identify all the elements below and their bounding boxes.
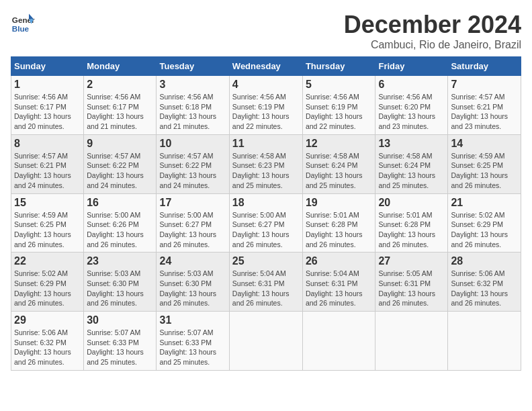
column-header-friday: Friday [375, 57, 448, 76]
calendar-cell: 11Sunrise: 4:58 AM Sunset: 6:23 PM Dayli… [229, 134, 302, 193]
day-info: Sunrise: 4:57 AM Sunset: 6:21 PM Dayligh… [14, 151, 81, 191]
calendar-cell: 6Sunrise: 4:56 AM Sunset: 6:20 PM Daylig… [375, 76, 448, 135]
column-header-wednesday: Wednesday [229, 57, 302, 76]
day-number: 5 [306, 79, 373, 91]
logo-icon: General Blue [11, 11, 35, 35]
day-number: 31 [159, 314, 226, 326]
day-info: Sunrise: 4:58 AM Sunset: 6:23 PM Dayligh… [232, 151, 300, 191]
calendar-cell: 13Sunrise: 4:58 AM Sunset: 6:24 PM Dayli… [375, 134, 448, 193]
calendar-cell: 23Sunrise: 5:03 AM Sunset: 6:30 PM Dayli… [84, 253, 157, 312]
day-number: 30 [87, 314, 153, 326]
day-info: Sunrise: 5:07 AM Sunset: 6:33 PM Dayligh… [87, 328, 153, 367]
day-number: 20 [378, 197, 445, 209]
column-header-thursday: Thursday [302, 57, 375, 76]
day-number: 7 [451, 79, 518, 91]
day-info: Sunrise: 4:58 AM Sunset: 6:24 PM Dayligh… [378, 151, 445, 191]
logo: General Blue [11, 11, 35, 35]
day-number: 1 [14, 79, 81, 91]
day-number: 14 [451, 138, 518, 150]
day-info: Sunrise: 4:56 AM Sunset: 6:18 PM Dayligh… [159, 92, 226, 132]
day-info: Sunrise: 5:00 AM Sunset: 6:27 PM Dayligh… [159, 210, 226, 250]
day-info: Sunrise: 4:59 AM Sunset: 6:25 PM Dayligh… [451, 151, 518, 191]
column-headers: SundayMondayTuesdayWednesdayThursdayFrid… [11, 57, 521, 76]
calendar-cell: 24Sunrise: 5:03 AM Sunset: 6:30 PM Dayli… [157, 253, 229, 312]
calendar-cell: 9Sunrise: 4:57 AM Sunset: 6:22 PM Daylig… [84, 134, 157, 193]
calendar-cell: 3Sunrise: 4:56 AM Sunset: 6:18 PM Daylig… [157, 76, 229, 135]
day-number: 9 [87, 138, 153, 150]
column-header-saturday: Saturday [448, 57, 521, 76]
day-info: Sunrise: 4:59 AM Sunset: 6:25 PM Dayligh… [14, 210, 81, 250]
calendar-cell: 19Sunrise: 5:01 AM Sunset: 6:28 PM Dayli… [302, 193, 375, 253]
day-info: Sunrise: 4:57 AM Sunset: 6:21 PM Dayligh… [451, 92, 518, 132]
calendar-cell: 27Sunrise: 5:05 AM Sunset: 6:31 PM Dayli… [375, 253, 448, 312]
title-area: December 2024 Cambuci, Rio de Janeiro, B… [344, 11, 521, 51]
calendar-cell: 20Sunrise: 5:01 AM Sunset: 6:28 PM Dayli… [375, 193, 448, 253]
day-number: 22 [14, 255, 81, 267]
calendar-body: 1Sunrise: 4:56 AM Sunset: 6:17 PM Daylig… [11, 76, 521, 371]
day-number: 11 [232, 138, 300, 150]
calendar-cell: 4Sunrise: 4:56 AM Sunset: 6:19 PM Daylig… [229, 76, 302, 135]
day-info: Sunrise: 5:01 AM Sunset: 6:28 PM Dayligh… [378, 210, 445, 250]
day-info: Sunrise: 5:03 AM Sunset: 6:30 PM Dayligh… [159, 269, 226, 308]
day-number: 26 [306, 255, 373, 267]
day-info: Sunrise: 4:56 AM Sunset: 6:19 PM Dayligh… [306, 92, 373, 132]
day-number: 28 [451, 255, 518, 267]
day-info: Sunrise: 5:07 AM Sunset: 6:33 PM Dayligh… [159, 328, 226, 367]
svg-text:Blue: Blue [12, 24, 30, 33]
column-header-tuesday: Tuesday [157, 57, 229, 76]
calendar-cell: 30Sunrise: 5:07 AM Sunset: 6:33 PM Dayli… [84, 312, 157, 371]
day-number: 29 [14, 314, 81, 326]
day-info: Sunrise: 5:02 AM Sunset: 6:29 PM Dayligh… [451, 210, 518, 250]
day-number: 21 [451, 197, 518, 209]
day-number: 25 [232, 255, 300, 267]
day-number: 4 [232, 79, 300, 91]
day-info: Sunrise: 4:56 AM Sunset: 6:20 PM Dayligh… [378, 92, 445, 132]
day-number: 2 [87, 79, 153, 91]
location: Cambuci, Rio de Janeiro, Brazil [344, 39, 521, 51]
calendar-week-4: 22Sunrise: 5:02 AM Sunset: 6:29 PM Dayli… [11, 253, 521, 312]
day-number: 13 [378, 138, 445, 150]
calendar-cell: 26Sunrise: 5:04 AM Sunset: 6:31 PM Dayli… [302, 253, 375, 312]
calendar-week-2: 8Sunrise: 4:57 AM Sunset: 6:21 PM Daylig… [11, 134, 521, 193]
calendar-cell: 17Sunrise: 5:00 AM Sunset: 6:27 PM Dayli… [157, 193, 229, 253]
day-info: Sunrise: 5:06 AM Sunset: 6:32 PM Dayligh… [14, 328, 81, 367]
calendar-week-1: 1Sunrise: 4:56 AM Sunset: 6:17 PM Daylig… [11, 76, 521, 135]
calendar-cell [375, 312, 448, 371]
day-number: 16 [87, 197, 153, 209]
calendar-cell: 25Sunrise: 5:04 AM Sunset: 6:31 PM Dayli… [229, 253, 302, 312]
calendar-cell: 16Sunrise: 5:00 AM Sunset: 6:26 PM Dayli… [84, 193, 157, 253]
calendar-cell: 29Sunrise: 5:06 AM Sunset: 6:32 PM Dayli… [11, 312, 84, 371]
calendar-cell: 14Sunrise: 4:59 AM Sunset: 6:25 PM Dayli… [448, 134, 521, 193]
calendar-cell: 1Sunrise: 4:56 AM Sunset: 6:17 PM Daylig… [11, 76, 84, 135]
calendar-week-5: 29Sunrise: 5:06 AM Sunset: 6:32 PM Dayli… [11, 312, 521, 371]
day-number: 24 [159, 255, 226, 267]
day-number: 23 [87, 255, 153, 267]
day-info: Sunrise: 5:04 AM Sunset: 6:31 PM Dayligh… [306, 269, 373, 308]
calendar-cell: 21Sunrise: 5:02 AM Sunset: 6:29 PM Dayli… [448, 193, 521, 253]
day-number: 6 [378, 79, 445, 91]
column-header-monday: Monday [84, 57, 157, 76]
day-info: Sunrise: 5:01 AM Sunset: 6:28 PM Dayligh… [306, 210, 373, 250]
day-info: Sunrise: 4:56 AM Sunset: 6:19 PM Dayligh… [232, 92, 300, 132]
calendar-cell: 15Sunrise: 4:59 AM Sunset: 6:25 PM Dayli… [11, 193, 84, 253]
calendar-cell [229, 312, 302, 371]
day-number: 19 [306, 197, 373, 209]
calendar-cell: 8Sunrise: 4:57 AM Sunset: 6:21 PM Daylig… [11, 134, 84, 193]
day-info: Sunrise: 5:02 AM Sunset: 6:29 PM Dayligh… [14, 269, 81, 308]
day-info: Sunrise: 5:05 AM Sunset: 6:31 PM Dayligh… [378, 269, 445, 308]
calendar-cell: 5Sunrise: 4:56 AM Sunset: 6:19 PM Daylig… [302, 76, 375, 135]
calendar-cell: 31Sunrise: 5:07 AM Sunset: 6:33 PM Dayli… [157, 312, 229, 371]
day-number: 17 [159, 197, 226, 209]
calendar-cell: 7Sunrise: 4:57 AM Sunset: 6:21 PM Daylig… [448, 76, 521, 135]
day-number: 15 [14, 197, 81, 209]
calendar-cell: 22Sunrise: 5:02 AM Sunset: 6:29 PM Dayli… [11, 253, 84, 312]
header: General Blue December 2024 Cambuci, Rio … [11, 11, 521, 51]
day-info: Sunrise: 4:56 AM Sunset: 6:17 PM Dayligh… [87, 92, 153, 132]
day-info: Sunrise: 4:56 AM Sunset: 6:17 PM Dayligh… [14, 92, 81, 132]
day-info: Sunrise: 5:03 AM Sunset: 6:30 PM Dayligh… [87, 269, 153, 308]
calendar-cell [302, 312, 375, 371]
calendar-cell: 10Sunrise: 4:57 AM Sunset: 6:22 PM Dayli… [157, 134, 229, 193]
day-info: Sunrise: 5:00 AM Sunset: 6:26 PM Dayligh… [87, 210, 153, 250]
day-number: 12 [306, 138, 373, 150]
calendar-cell: 12Sunrise: 4:58 AM Sunset: 6:24 PM Dayli… [302, 134, 375, 193]
